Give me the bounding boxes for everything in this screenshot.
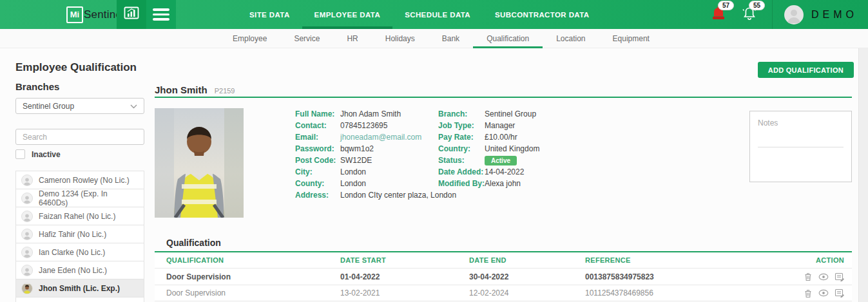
note-edit-icon[interactable] bbox=[834, 288, 844, 297]
chevron-down-icon bbox=[130, 102, 137, 111]
notification-count-badge: 55 bbox=[749, 1, 765, 10]
detail-label: Branch: bbox=[438, 109, 485, 118]
col-reference: REFERENCE bbox=[585, 256, 753, 264]
add-qualification-button[interactable]: ADD QUALIFICATION bbox=[758, 62, 854, 78]
password-value: bqwm1o2 bbox=[340, 144, 374, 153]
qualification-table: QUALIFICATION DATE START DATE END REFERE… bbox=[155, 251, 852, 301]
detail-label: County: bbox=[295, 179, 340, 188]
tab-holidays[interactable]: Holidays bbox=[372, 29, 429, 48]
list-item-label: Faizan Rahel (No Lic.) bbox=[39, 212, 115, 221]
employee-photo bbox=[155, 108, 244, 218]
jobtype-value: Manager bbox=[485, 121, 515, 130]
status-badge: Active bbox=[485, 156, 517, 165]
hamburger-menu-button[interactable] bbox=[146, 0, 176, 29]
employee-details-right: Branch:Sentinel Group Job Type:Manager P… bbox=[438, 108, 539, 189]
search-input[interactable] bbox=[15, 129, 144, 145]
person-avatar-icon bbox=[21, 229, 33, 240]
user-name-label: DEMO bbox=[811, 9, 858, 21]
contact-value: 07845123695 bbox=[340, 121, 387, 130]
view-icon[interactable] bbox=[818, 273, 829, 281]
employee-header: Jhon Smith P2159 bbox=[155, 84, 235, 95]
detail-label: Status: bbox=[438, 156, 485, 165]
person-avatar-icon bbox=[21, 175, 33, 186]
bar-chart-icon bbox=[124, 6, 139, 23]
scrollbar[interactable] bbox=[858, 48, 868, 302]
notification-bell-icon bbox=[741, 13, 758, 24]
list-item-demo-1234[interactable]: Demo 1234 (Exp. In 6460Ds) bbox=[15, 189, 144, 207]
employee-subtabs: Employee Service HR Holidays Bank Qualif… bbox=[0, 29, 868, 48]
header-right: 57 55 DEMO bbox=[710, 0, 868, 29]
employee-list: Cameron Rowley (No Lic.) Demo 1234 (Exp.… bbox=[15, 171, 144, 302]
list-item-hafiz-tahir[interactable]: Hafiz Tahir (No Lic.) bbox=[15, 225, 144, 243]
nav-employee-data[interactable]: EMPLOYEE DATA bbox=[302, 0, 393, 29]
col-date-end: DATE END bbox=[469, 256, 585, 264]
tab-location[interactable]: Location bbox=[543, 29, 599, 48]
nav-schedule-data[interactable]: SCHEDULE DATA bbox=[392, 0, 483, 29]
alarm-count-badge: 57 bbox=[718, 1, 734, 10]
detail-label: Modified By: bbox=[438, 179, 485, 188]
list-item-label: Hafiz Tahir (No Lic.) bbox=[39, 230, 106, 239]
branch-select[interactable]: Sentinel Group bbox=[15, 98, 144, 114]
col-action: ACTION bbox=[816, 256, 844, 264]
inactive-checkbox[interactable] bbox=[15, 149, 25, 159]
tab-bank[interactable]: Bank bbox=[429, 29, 473, 48]
list-item-jane-eden[interactable]: Jane Eden (No Lic.) bbox=[15, 261, 144, 279]
note-edit-icon[interactable] bbox=[834, 272, 844, 281]
city-value: London bbox=[340, 167, 366, 176]
list-item-ian-clarke[interactable]: Ian Clarke (No Lic.) bbox=[15, 243, 144, 261]
detail-label: Pay Rate: bbox=[438, 133, 485, 142]
date-added-value: 14-04-2022 bbox=[485, 167, 524, 176]
detail-label: Contact: bbox=[295, 121, 340, 130]
email-link[interactable]: jhoneadam@email.com bbox=[340, 133, 421, 142]
person-avatar-icon bbox=[21, 193, 33, 204]
list-item-faizan-rahel[interactable]: Faizan Rahel (No Lic.) bbox=[15, 207, 144, 225]
person-avatar-icon bbox=[21, 247, 33, 258]
dashboard-chart-button[interactable] bbox=[117, 0, 146, 29]
list-item-label: Cameron Rowley (No Lic.) bbox=[39, 176, 130, 185]
table-header-row: QUALIFICATION DATE START DATE END REFERE… bbox=[155, 252, 852, 269]
main-nav: SITE DATA EMPLOYEE DATA SCHEDULE DATA SU… bbox=[237, 0, 602, 29]
detail-label: Job Type: bbox=[438, 121, 485, 130]
section-divider bbox=[155, 97, 852, 98]
app-logo[interactable]: Mi Sentinel bbox=[66, 0, 124, 29]
tab-employee[interactable]: Employee bbox=[219, 29, 280, 48]
list-item-cameron-rowley[interactable]: Cameron Rowley (No Lic.) bbox=[15, 171, 144, 189]
employee-name: Jhon Smith bbox=[155, 84, 207, 95]
nav-site-data[interactable]: SITE DATA bbox=[237, 0, 302, 29]
detail-label: Email: bbox=[295, 133, 340, 142]
delete-icon[interactable] bbox=[804, 288, 813, 298]
reference-cell: 0013875834975823 bbox=[585, 272, 753, 281]
date-start-cell: 13-02-2021 bbox=[340, 288, 469, 297]
list-item-label: Demo 1234 (Exp. In 6460Ds) bbox=[39, 189, 139, 207]
qualification-cell: Door Supervision bbox=[166, 288, 340, 297]
detail-label: Post Code: bbox=[295, 156, 340, 165]
tab-equipment[interactable]: Equipment bbox=[599, 29, 663, 48]
tab-service[interactable]: Service bbox=[280, 29, 333, 48]
payrate-value: £10.00/hr bbox=[485, 133, 517, 142]
notes-placeholder: Notes bbox=[758, 118, 844, 127]
date-start-cell: 01-04-2022 bbox=[340, 272, 469, 281]
branch-value: Sentinel Group bbox=[485, 109, 536, 118]
view-icon[interactable] bbox=[818, 289, 829, 297]
detail-label: Address: bbox=[295, 191, 340, 200]
table-row: Door Supervision 13-02-2021 12-02-2024 1… bbox=[155, 285, 852, 301]
user-menu[interactable]: DEMO bbox=[772, 0, 858, 29]
hamburger-icon bbox=[153, 6, 169, 23]
detail-label: City: bbox=[295, 167, 340, 176]
notes-field[interactable]: Notes bbox=[749, 111, 852, 182]
list-item-jhon-smith[interactable]: Jhon Smith (Lic. Exp.) bbox=[15, 279, 144, 297]
alarm-button[interactable]: 57 bbox=[710, 5, 727, 24]
nav-subcontractor-data[interactable]: SUBCONTRACTOR DATA bbox=[483, 0, 601, 29]
list-item-partial[interactable] bbox=[15, 297, 144, 302]
qualification-heading: Qualification bbox=[166, 238, 221, 248]
detail-label: Full Name: bbox=[295, 109, 340, 118]
tab-hr[interactable]: HR bbox=[333, 29, 371, 48]
date-end-cell: 30-04-2022 bbox=[469, 272, 585, 281]
inactive-filter: Inactive bbox=[15, 149, 61, 159]
inactive-label: Inactive bbox=[32, 150, 61, 159]
reference-cell: 1011254378469856 bbox=[585, 288, 753, 297]
delete-icon[interactable] bbox=[804, 272, 813, 281]
tab-qualification[interactable]: Qualification bbox=[473, 29, 543, 48]
notifications-button[interactable]: 55 bbox=[741, 5, 758, 24]
detail-label: Country: bbox=[438, 144, 485, 153]
